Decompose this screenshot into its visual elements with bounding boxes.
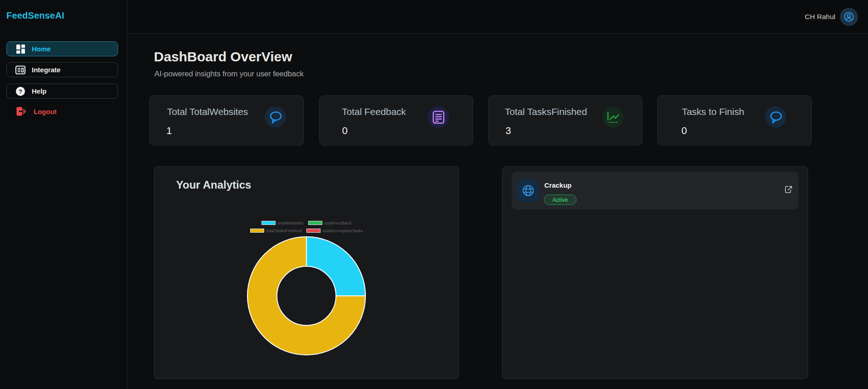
svg-text:?: ? — [19, 88, 22, 95]
